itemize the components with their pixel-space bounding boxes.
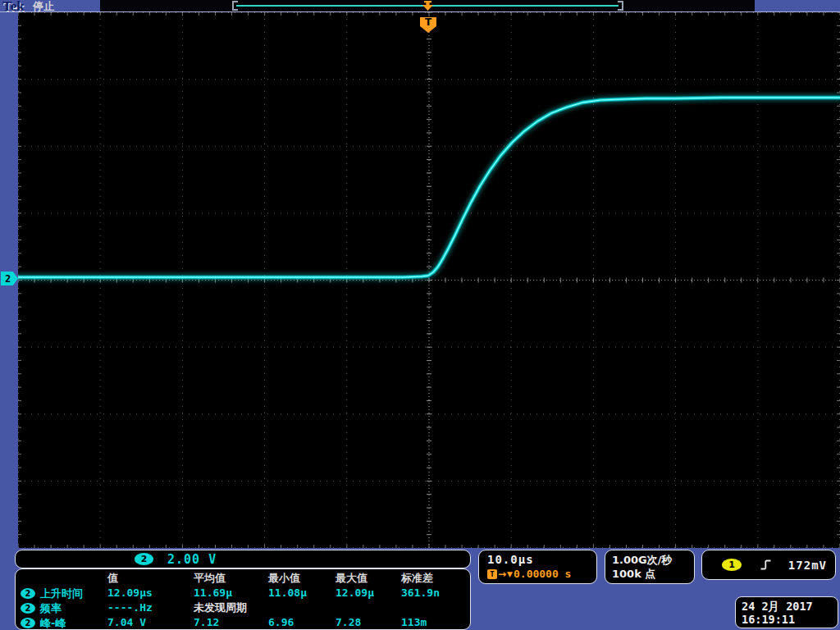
meas-mean: 11.69µ — [194, 586, 268, 600]
sample-rate: 1.00G次/秒 — [612, 553, 694, 567]
meas-name: 频率 — [40, 601, 62, 615]
meas-note: 未发现周期 — [194, 600, 470, 615]
meas-header-min: 最小值 — [268, 571, 336, 586]
meas-row-risetime-label: 2 上升时间 — [16, 586, 107, 600]
timebase-readout-box: 10.0µs T → ▼ 0.00000 s — [478, 550, 597, 584]
meas-max: 7.28 — [336, 615, 401, 630]
meas-mean: 7.12 — [194, 615, 268, 630]
channel2-badge: 2 — [21, 588, 35, 599]
top-status-bar: Tek 停止 — [0, 0, 840, 11]
channel2-ground-label: 2 — [5, 273, 11, 285]
trigger-delay-readout: T → ▼ 0.00000 s — [487, 568, 596, 580]
meas-name: 峰-峰 — [40, 616, 66, 630]
channel2-ground-marker: 2 — [1, 272, 18, 285]
rising-edge-icon — [760, 559, 772, 571]
meas-header-std: 标准差 — [401, 571, 470, 586]
waveform-display — [18, 12, 840, 548]
timebase-scale: 10.0µs — [487, 553, 596, 566]
meas-std: 113m — [401, 615, 470, 630]
meas-row-peakpeak-label: 2 峰-峰 — [16, 615, 107, 630]
channel2-scale: 2.00 V — [167, 552, 217, 567]
trigger-marker-label: T — [425, 17, 431, 33]
oscilloscope-screen: Tek 停止 T 2 2 2.00 V 值 平均值 最小值 最大值 标准差 — [0, 0, 840, 630]
trigger-readout-box: 1 172mV — [701, 550, 836, 580]
date-text: 24 2月 2017 — [742, 600, 838, 613]
meas-name: 上升时间 — [40, 587, 83, 600]
meas-value: 7.04 V — [107, 615, 194, 630]
trigger-source-badge: 1 — [722, 559, 742, 571]
meas-max: 12.09µ — [336, 586, 401, 600]
channel2-badge: 2 — [21, 603, 35, 614]
trigger-delay-value: 0.00000 s — [514, 568, 571, 580]
meas-value: ----.Hz — [107, 600, 194, 615]
channel2-badge: 2 — [135, 553, 153, 565]
channel-readout-box: 2 2.00 V — [15, 550, 471, 568]
acquisition-readout-box: 1.00G次/秒 100k 点 — [605, 550, 695, 584]
channel2-badge: 2 — [21, 618, 35, 628]
meas-std: 361.9n — [401, 586, 470, 600]
trigger-position-arrow-icon — [422, 1, 433, 11]
meas-min: 11.08µ — [268, 586, 336, 600]
arrow-right-icon: → — [498, 568, 506, 580]
time-text: 16:19:11 — [742, 613, 838, 626]
measurement-table: 值 平均值 最小值 最大值 标准差 2 上升时间 12.09µs 11.69µ … — [15, 568, 471, 630]
trigger-level: 172mV — [788, 559, 827, 572]
window-bracket-left-icon — [232, 1, 238, 11]
trigger-t-icon: T — [487, 569, 497, 579]
down-triangle-icon: ▼ — [507, 570, 513, 578]
acquisition-preview-bar — [100, 0, 755, 11]
meas-value: 12.09µs — [107, 586, 194, 600]
channel2-trace — [18, 12, 840, 548]
meas-header-value: 值 — [107, 571, 194, 586]
window-bracket-right-icon — [618, 1, 623, 11]
record-length: 100k 点 — [612, 567, 694, 581]
datetime-box: 24 2月 2017 16:19:11 — [735, 596, 838, 628]
meas-row-frequency-label: 2 频率 — [16, 600, 107, 615]
meas-header-max: 最大值 — [336, 571, 401, 586]
meas-header-mean: 平均值 — [194, 571, 268, 586]
meas-min: 6.96 — [268, 615, 336, 630]
